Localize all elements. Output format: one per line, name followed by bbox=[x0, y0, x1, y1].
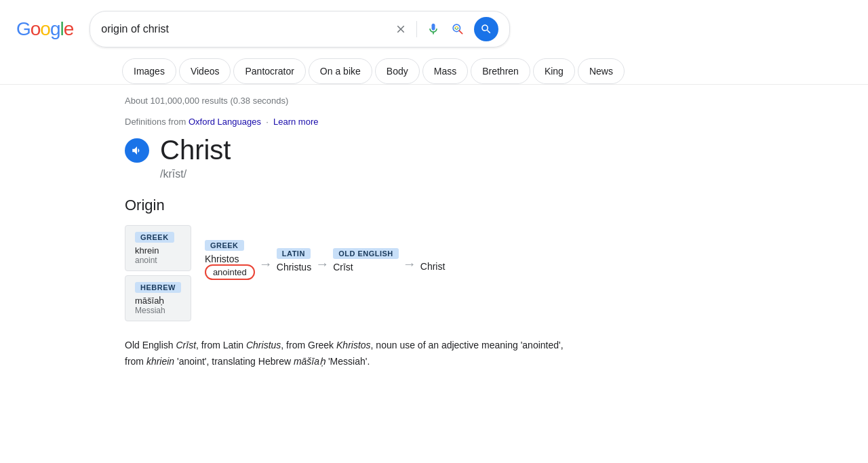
definitions-source: Definitions from Oxford Languages · Lear… bbox=[125, 117, 572, 127]
tab-body[interactable]: Body bbox=[375, 58, 420, 84]
greek-source-meaning: anoint bbox=[135, 256, 181, 265]
origin-title: Origin bbox=[125, 197, 572, 214]
results-count: About 101,000,000 results (0.38 seconds) bbox=[125, 96, 594, 106]
etym-flow: GREEK Khristos anointed → LATIN Christus… bbox=[205, 240, 445, 280]
hebrew-source-box: HEBREW māšīaḥ Messiah bbox=[125, 275, 191, 321]
pronunciation: /krīst/ bbox=[160, 168, 572, 180]
hebrew-source-lang-badge: HEBREW bbox=[135, 282, 181, 293]
etym-masiah: māšīaḥ bbox=[294, 356, 326, 367]
audio-button[interactable] bbox=[125, 138, 149, 163]
flow-old-english-node: OLD ENGLISH Crīst bbox=[333, 248, 399, 273]
flow-arrow-2: → bbox=[315, 257, 329, 270]
oxford-languages-link[interactable]: Oxford Languages bbox=[189, 117, 261, 127]
search-input[interactable]: origin of christ bbox=[101, 23, 387, 35]
greek-source-word: khrein bbox=[135, 245, 181, 256]
anointed-circle: anointed bbox=[205, 264, 255, 280]
hebrew-source-word: māšīaḥ bbox=[135, 296, 181, 306]
search-icon bbox=[480, 23, 492, 35]
flow-christ-word: Christ bbox=[420, 261, 446, 272]
etym-crist: Crīst bbox=[176, 340, 196, 350]
search-tabs: Images Videos Pantocrator On a bike Body… bbox=[0, 58, 868, 85]
etymology-diagram: GREEK khrein anoint HEBREW māšīaḥ Messia… bbox=[125, 225, 572, 321]
word-header: Christ bbox=[125, 135, 572, 165]
flow-greek-node: GREEK Khristos anointed bbox=[205, 240, 255, 280]
tab-brethren[interactable]: Brethren bbox=[471, 58, 530, 84]
main-content: About 101,000,000 results (0.38 seconds)… bbox=[0, 85, 610, 381]
flow-arrow-3: → bbox=[403, 257, 416, 270]
lens-button[interactable] bbox=[450, 21, 466, 37]
lens-icon bbox=[451, 22, 465, 36]
etym-khriein: khriein bbox=[146, 356, 174, 367]
learn-more-link[interactable]: Learn more bbox=[273, 117, 318, 127]
search-divider bbox=[416, 21, 417, 37]
flow-old-english-word: Crīst bbox=[333, 262, 353, 273]
header: Google origin of christ bbox=[0, 0, 868, 58]
flow-old-english-badge: OLD ENGLISH bbox=[333, 248, 399, 259]
tab-king[interactable]: King bbox=[533, 58, 575, 84]
flow-latin-word: Christus bbox=[277, 262, 311, 273]
flow-greek-word: Khristos bbox=[205, 254, 239, 264]
tab-on-a-bike[interactable]: On a bike bbox=[309, 58, 372, 84]
speaker-icon bbox=[131, 144, 143, 157]
search-button[interactable] bbox=[474, 17, 498, 41]
flow-arrow-1: → bbox=[259, 257, 273, 270]
etym-christus: Christus bbox=[246, 340, 281, 350]
google-logo[interactable]: Google bbox=[16, 18, 73, 40]
flow-christ-node: Christ bbox=[420, 249, 446, 272]
mic-button[interactable] bbox=[425, 21, 441, 37]
hebrew-source-meaning: Messiah bbox=[135, 306, 181, 315]
tab-mass[interactable]: Mass bbox=[422, 58, 468, 84]
tab-news[interactable]: News bbox=[578, 58, 625, 84]
flow-latin-badge: LATIN bbox=[277, 248, 311, 259]
search-bar-icons bbox=[393, 17, 498, 41]
definitions-from-label: Definitions from bbox=[125, 117, 186, 127]
tab-pantocrator[interactable]: Pantocrator bbox=[233, 58, 305, 84]
greek-source-box: GREEK khrein anoint bbox=[125, 225, 191, 271]
greek-source-lang-badge: GREEK bbox=[135, 232, 174, 243]
mic-icon bbox=[427, 22, 440, 36]
definition-panel: Definitions from Oxford Languages · Lear… bbox=[125, 117, 572, 370]
clear-icon bbox=[395, 23, 407, 35]
etym-khristos: Khristos bbox=[336, 340, 371, 350]
etym-description: Old English Crīst, from Latin Christus, … bbox=[125, 338, 572, 370]
clear-button[interactable] bbox=[393, 22, 408, 37]
flow-latin-node: LATIN Christus bbox=[277, 248, 311, 273]
word-title: Christ bbox=[160, 135, 231, 165]
tab-images[interactable]: Images bbox=[122, 58, 176, 84]
search-bar: origin of christ bbox=[90, 11, 510, 47]
flow-greek-badge: GREEK bbox=[205, 240, 244, 251]
etym-left-column: GREEK khrein anoint HEBREW māšīaḥ Messia… bbox=[125, 225, 191, 321]
tab-videos[interactable]: Videos bbox=[179, 58, 231, 84]
